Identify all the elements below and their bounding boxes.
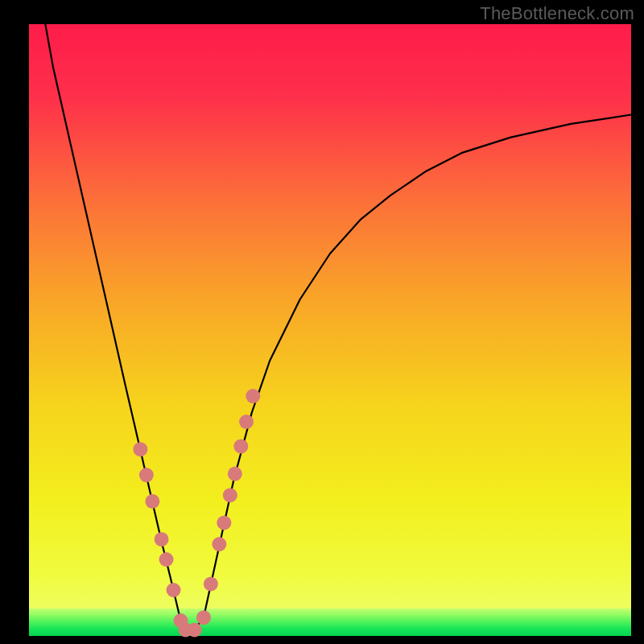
bottleneck-chart (0, 0, 644, 644)
data-point-dot (133, 442, 147, 456)
watermark-text: TheBottleneck.com (480, 3, 634, 24)
data-point-dot (155, 532, 169, 547)
data-point-dot (212, 537, 226, 551)
chart-gradient-bg (29, 24, 631, 636)
data-point-dot (233, 439, 248, 453)
data-point-dot (204, 576, 218, 591)
data-point-dot (188, 622, 202, 637)
data-point-dot (167, 583, 181, 597)
data-point-dot (217, 515, 231, 530)
data-point-dot (196, 610, 211, 625)
data-point-dot (239, 415, 254, 429)
data-point-dot (223, 488, 237, 502)
chart-green-band (29, 609, 631, 636)
chart-frame: TheBottleneck.com (0, 0, 644, 644)
data-point-dot (159, 552, 174, 567)
data-point-dot (139, 468, 154, 482)
data-point-dot (145, 494, 159, 509)
data-point-dot (228, 467, 242, 481)
data-point-dot (246, 389, 260, 403)
